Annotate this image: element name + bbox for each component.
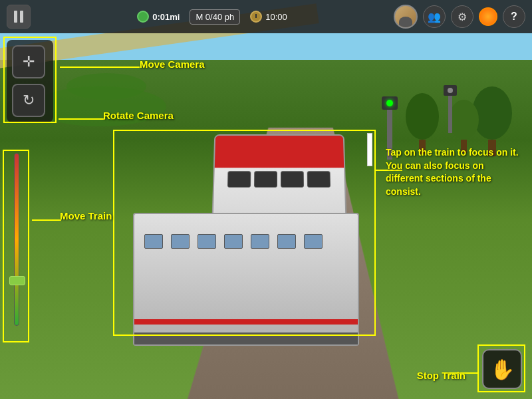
signal-light-2 — [448, 88, 453, 93]
throttle-handle[interactable] — [9, 276, 25, 285]
multiplayer-button[interactable]: 👥 — [423, 5, 446, 28]
engine-stripe — [215, 158, 344, 165]
signal-post-2 — [448, 93, 452, 133]
help-button[interactable]: ? — [503, 5, 525, 28]
tree-top-2 — [449, 100, 479, 140]
rotate-camera-icon: ↻ — [23, 92, 35, 109]
stop-hand-icon: ✋ — [490, 358, 515, 381]
speed-indicator-icon — [137, 11, 149, 23]
tree-trunk-2 — [461, 140, 467, 153]
tree-3 — [406, 93, 439, 154]
engine-fans — [227, 171, 334, 211]
time-display: 10:00 — [250, 11, 287, 23]
signal-head-1 — [382, 96, 398, 110]
fan-3 — [281, 171, 304, 188]
distance-text: 0:01mi — [152, 12, 180, 22]
clock-icon — [250, 11, 262, 23]
train-car2[interactable] — [133, 213, 359, 346]
tree-top-3 — [406, 93, 439, 140]
hud-right: 👥 ⚙ ? — [394, 5, 525, 29]
time-text: 10:00 — [265, 12, 287, 22]
avatar-body — [399, 17, 412, 27]
question-icon: ? — [511, 11, 517, 23]
hud-center: 0:01mi M 0/40 ph 10:00 — [137, 9, 287, 25]
signal-post-1 — [387, 106, 392, 160]
pw-1 — [144, 234, 163, 249]
hud-top-bar: 0:01mi M 0/40 ph 10:00 👥 ⚙ ? — [0, 0, 532, 33]
throttle-panel[interactable] — [7, 153, 27, 339]
speed-display: 0:01mi — [137, 11, 180, 23]
settings-button[interactable]: ⚙ — [451, 5, 473, 28]
pw-6 — [277, 234, 296, 249]
pw-7 — [304, 234, 323, 249]
fan-4 — [307, 171, 331, 188]
signal-light-green — [386, 100, 393, 106]
pw-5 — [251, 234, 269, 249]
move-camera-button[interactable]: ✛ — [12, 45, 45, 78]
pause-bar-1 — [14, 11, 17, 23]
car2-stripe — [134, 319, 358, 325]
gear-icon: ⚙ — [458, 11, 467, 23]
people-icon: 👥 — [428, 11, 441, 23]
fan-1 — [227, 171, 251, 188]
mode-label: M — [196, 12, 203, 22]
pause-button[interactable] — [7, 5, 31, 29]
tree-2 — [449, 100, 479, 153]
avatar[interactable] — [394, 5, 418, 29]
speed-unit: ph — [225, 12, 234, 22]
hud-left — [7, 5, 31, 29]
status-indicator[interactable] — [479, 7, 497, 26]
pw-4 — [224, 234, 243, 249]
pause-icon — [14, 11, 23, 23]
move-camera-icon: ✛ — [23, 53, 35, 70]
signal-head-2 — [444, 85, 457, 96]
car2-bottom — [134, 332, 358, 344]
train[interactable] — [120, 133, 372, 332]
pw-3 — [198, 234, 216, 249]
fan-2 — [254, 171, 277, 188]
stop-train-button[interactable]: ✋ — [482, 349, 522, 389]
throttle-track[interactable] — [14, 153, 19, 326]
pause-bar-2 — [20, 11, 23, 23]
mode-badge: M 0/40 ph — [190, 9, 240, 25]
grass-2 — [33, 86, 166, 126]
tree-trunk-1 — [488, 140, 496, 156]
rotate-camera-button[interactable]: ↻ — [12, 84, 45, 117]
game-scene — [0, 0, 532, 399]
clock-hand — [255, 14, 257, 18]
controls-panel: ✛ ↻ — [7, 40, 53, 122]
speed-ratio: 0/40 — [205, 12, 222, 22]
passenger-windows — [144, 234, 323, 249]
pw-2 — [171, 234, 190, 249]
tree-trunk-3 — [419, 140, 426, 154]
